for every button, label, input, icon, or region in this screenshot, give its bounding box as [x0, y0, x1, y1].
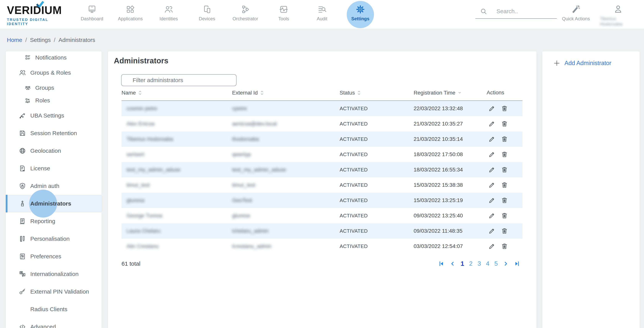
sort-toggle-icon [138, 90, 142, 96]
edit-administrator-button[interactable] [488, 197, 496, 204]
sidebar-item-label: Groups [35, 85, 54, 91]
sort-desc-icon [457, 90, 462, 96]
sidebar-item[interactable]: Preferences [6, 248, 102, 265]
delete-administrator-button[interactable] [501, 151, 508, 158]
breadcrumb-item[interactable]: Home [7, 37, 22, 43]
sidebar-item[interactable]: License [6, 160, 102, 177]
nav-item[interactable]: Devices [188, 0, 226, 29]
edit-administrator-button[interactable] [488, 136, 496, 143]
cell-external-id: gturesa [232, 208, 250, 223]
pagination-page-5[interactable]: 5 [494, 260, 498, 267]
delete-administrator-button[interactable] [501, 136, 508, 143]
delete-administrator-button[interactable] [501, 181, 508, 189]
sidebar-item[interactable]: Advanced [6, 318, 102, 328]
delete-administrator-button[interactable] [501, 166, 508, 173]
cell-external-id: GeoTest [232, 193, 252, 208]
nav-item-label: Orchestrator [232, 16, 258, 21]
nav-item[interactable]: Tools [264, 0, 303, 29]
cell-external-id: timut_test [232, 177, 255, 193]
prefs-box-icon [19, 253, 26, 260]
sidebar-item[interactable]: Session Retention [6, 124, 102, 142]
search-input[interactable] [496, 8, 554, 14]
quick-actions-button[interactable]: Quick Actions [562, 0, 590, 29]
sidebar-item[interactable]: Radius Clients [6, 301, 102, 318]
delete-administrator-button[interactable] [501, 212, 508, 219]
plus-icon [553, 60, 560, 67]
cell-registration-time: 22/03/2022 13:32:48 [414, 101, 463, 116]
cell-status: ACTIVATED [340, 208, 368, 223]
sidebar-item[interactable]: Reporting [6, 212, 102, 230]
pagination-last-button[interactable] [514, 260, 520, 267]
table-row: George TuresagturesaACTIVATED09/03/2022 … [122, 208, 522, 223]
pagination-first-button[interactable] [438, 260, 445, 267]
edit-administrator-button[interactable] [488, 181, 496, 189]
delete-administrator-button[interactable] [501, 120, 508, 128]
edit-administrator-button[interactable] [488, 105, 496, 112]
filter-administrators-input[interactable] [121, 74, 236, 86]
people-icon [164, 4, 174, 14]
sidebar-item[interactable]: Groups & Roles [6, 64, 102, 82]
delete-administrator-button[interactable] [501, 197, 508, 204]
nav-item-label: Applications [118, 16, 142, 21]
edit-administrator-button[interactable] [488, 166, 496, 173]
nav-item[interactable]: Settings [341, 0, 380, 29]
delete-administrator-button[interactable] [501, 227, 508, 235]
cell-name: cosmin petre [126, 101, 157, 116]
sidebar-item[interactable]: External PIN Validation [6, 283, 102, 301]
groups-icon [24, 85, 31, 91]
sidebar-item[interactable]: Groups [6, 82, 102, 94]
nav-item-label: Tools [278, 16, 289, 21]
pagination-page-2[interactable]: 2 [469, 260, 473, 267]
delete-administrator-button[interactable] [501, 105, 508, 112]
nav-item[interactable]: Dashboard [73, 0, 111, 29]
globe-icon [19, 147, 26, 155]
sidebar-item[interactable]: Notifications [6, 51, 102, 64]
cell-registration-time: 21/03/2022 10:35:27 [414, 116, 463, 132]
delete-administrator-button[interactable] [501, 243, 508, 250]
license-doc-icon [19, 165, 26, 172]
cell-registration-time: 18/03/2022 16:55:34 [414, 162, 463, 177]
edit-administrator-button[interactable] [488, 227, 496, 235]
pagination-next-button[interactable] [502, 260, 509, 267]
edit-administrator-button[interactable] [488, 212, 496, 219]
nav-item-label: Settings [351, 16, 370, 21]
sidebar-item[interactable]: Administrators [6, 195, 102, 212]
table-header-row: NameExternal IdStatusRegistration TimeAc… [122, 90, 522, 100]
add-administrator-button[interactable]: Add Administrator [553, 60, 612, 67]
nav-item[interactable]: Orchestrator [226, 0, 264, 29]
nav-item[interactable]: Applications [111, 0, 150, 29]
nav-item[interactable]: Audit [303, 0, 341, 29]
tools-icon [279, 4, 288, 14]
pagination-prev-button[interactable] [449, 260, 456, 267]
edit-administrator-button[interactable] [488, 243, 496, 250]
table-footer: 61 total 12345 [122, 260, 522, 267]
column-header-registration-time[interactable]: Registration Time [414, 90, 462, 96]
sidebar-item[interactable]: UBA Settings [6, 107, 102, 124]
global-search [475, 8, 557, 19]
sidebar-item[interactable]: Personalisation [6, 230, 102, 248]
breadcrumb-item[interactable]: Settings [30, 37, 50, 43]
column-header-label: Registration Time [414, 90, 456, 96]
cell-name: gturesa [126, 193, 144, 208]
column-header-label: External Id [232, 90, 258, 96]
column-header-external-id[interactable]: External Id [232, 90, 264, 96]
edit-administrator-button[interactable] [488, 120, 496, 128]
floppy-icon [19, 130, 26, 137]
cell-external-id: lcrestanu_admin [232, 239, 272, 254]
sidebar-item[interactable]: Roles [6, 94, 102, 107]
cell-external-id: lchelaru_admin [232, 223, 268, 239]
pagination-page-1[interactable]: 1 [460, 260, 464, 267]
user-menu[interactable]: Tiberius Hodorsaba [600, 0, 636, 29]
sort-toggle-icon [260, 90, 264, 96]
sidebar-item[interactable]: Admin auth [6, 177, 102, 195]
column-header-status[interactable]: Status [340, 90, 361, 96]
column-header-name[interactable]: Name [122, 90, 142, 96]
nav-item[interactable]: Identities [150, 0, 188, 29]
edit-administrator-button[interactable] [488, 151, 496, 158]
sidebar-item[interactable]: Internationalization [6, 265, 102, 283]
top-nav: Dashboard Applications Identities Device… [73, 0, 380, 29]
breadcrumb-item[interactable]: Administrators [58, 37, 95, 43]
sidebar-item[interactable]: Geolocation [6, 142, 102, 160]
pagination-page-3[interactable]: 3 [478, 260, 481, 267]
pagination-page-4[interactable]: 4 [486, 260, 489, 267]
